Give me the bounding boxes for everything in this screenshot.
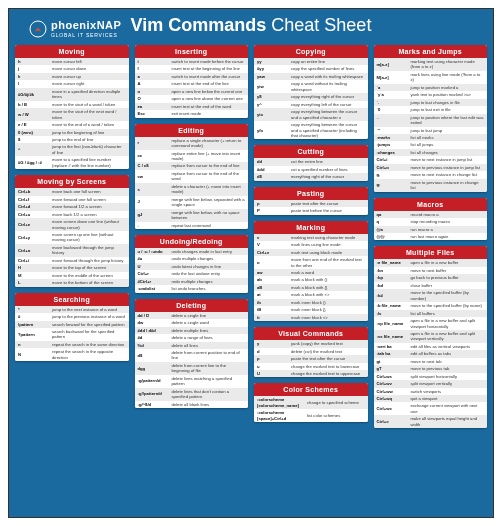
command-row: Uundo latest changes in line bbox=[135, 263, 249, 270]
command-desc: move to the top of the screen bbox=[52, 265, 126, 270]
command-row: gtmove to next tab bbox=[374, 358, 488, 365]
command-desc: mark a block with () bbox=[291, 277, 365, 282]
command-desc: paste text after the cursor bbox=[291, 201, 365, 206]
command-desc: delete lines that don't contain a specif… bbox=[172, 389, 246, 400]
command-desc: list all marks bbox=[411, 135, 485, 140]
command-desc: move to next buffer bbox=[411, 268, 485, 273]
command-row: :vert baedit all files as vertical viewp… bbox=[374, 343, 488, 350]
command-key: w / W bbox=[18, 112, 52, 117]
command-desc: list undo branches bbox=[172, 286, 246, 291]
command-desc: mark inner block {} bbox=[291, 307, 365, 312]
panel-header: Moving bbox=[15, 45, 129, 58]
command-desc: switch to insert mode after the cursor bbox=[172, 74, 246, 79]
command-row: Mmove to the middle of the screen bbox=[15, 272, 129, 279]
command-row: $jump to the end of line bbox=[15, 136, 129, 143]
command-key: :g/pattern/d bbox=[138, 378, 172, 383]
command-key: `a bbox=[377, 85, 411, 90]
command-key: m[a-z] bbox=[377, 62, 411, 67]
command-desc: marking text using character mode (from … bbox=[411, 59, 485, 70]
panel-header: Multiple Files bbox=[374, 246, 488, 259]
command-desc: open a new line below the current one bbox=[172, 89, 246, 94]
command-key: Ctrl+d bbox=[18, 204, 52, 209]
command-desc: jump to the beginning of line bbox=[52, 130, 126, 135]
command-row: yiwcopy a word without its trailing whit… bbox=[254, 80, 368, 93]
panel: Pastingppaste text after the cursorPpast… bbox=[254, 187, 368, 215]
command-desc: move to the bottom of the screen bbox=[52, 280, 126, 285]
command-key: #yy bbox=[257, 66, 291, 71]
command-key: `y`a bbox=[377, 92, 411, 97]
command-row: qarecord macro a bbox=[374, 211, 488, 218]
command-row: yfxcopy everything between the cursor an… bbox=[254, 121, 368, 139]
command-desc: delete a character (+ move into insert m… bbox=[172, 184, 246, 195]
command-row: @@run last macro again bbox=[374, 233, 488, 240]
command-row: lmove cursor right bbox=[15, 80, 129, 87]
command-desc: delete (cut) the marked text bbox=[291, 349, 365, 354]
command-key: # bbox=[18, 314, 52, 319]
command-key: dd / D bbox=[138, 313, 172, 318]
command-desc: jump to last exit in file bbox=[411, 107, 485, 112]
panel-header: Editing bbox=[135, 124, 249, 137]
command-desc: change the marked text to lowercase bbox=[291, 364, 365, 369]
command-key: `0 bbox=[377, 107, 411, 112]
command-row: g;move to previous instance in change li… bbox=[374, 179, 488, 192]
command-key: k bbox=[18, 74, 52, 79]
command-key: cw bbox=[138, 174, 172, 179]
command-key: ^ bbox=[18, 147, 52, 152]
command-key: U bbox=[257, 371, 291, 376]
command-key: N bbox=[18, 352, 52, 357]
command-row: #ddelete a range of lines bbox=[135, 334, 249, 341]
command-key: Esc bbox=[138, 111, 172, 116]
command-row: #G / #gg / :#move to a specified line nu… bbox=[15, 156, 129, 169]
command-key: Ctrl+v bbox=[257, 250, 291, 255]
command-desc: everything right of the cursor bbox=[291, 174, 365, 179]
command-key: Ctrl+ws bbox=[377, 374, 411, 379]
command-key: :ls bbox=[377, 311, 411, 316]
command-desc: search backward for the specified patter… bbox=[52, 329, 126, 340]
command-desc: repeat the search in the same direction bbox=[52, 342, 126, 347]
command-desc: jump to position marked a bbox=[411, 85, 485, 90]
command-row: ppaste the text after the cursor bbox=[254, 355, 368, 362]
command-row: itmark inner block <> bbox=[254, 314, 368, 321]
command-row: *jump to the next instance of a word bbox=[15, 306, 129, 313]
command-desc: move back one full screen bbox=[52, 189, 126, 194]
command-key: :jumps bbox=[377, 142, 411, 147]
command-key: e / E bbox=[18, 122, 52, 127]
command-desc: move to the specified buffer (by name) bbox=[411, 303, 485, 308]
command-desc: move in a specified direction multiple t… bbox=[52, 89, 126, 100]
command-row: :b file_namemove to the specified buffer… bbox=[374, 302, 488, 309]
command-row: ppaste text after the cursor bbox=[254, 200, 368, 207]
command-row: :lslist all buffers bbox=[374, 310, 488, 317]
command-key: :b file_name bbox=[377, 303, 411, 308]
command-desc: move to next instance in jump list bbox=[411, 157, 485, 162]
command-key: M[a-z] bbox=[377, 75, 411, 80]
command-key: A bbox=[138, 81, 172, 86]
command-key: :marks bbox=[377, 135, 411, 140]
command-key: :bp bbox=[377, 275, 411, 280]
command-key: at bbox=[257, 292, 291, 297]
panel-header: Moving by Screens bbox=[15, 175, 129, 188]
command-desc: repeat last command bbox=[172, 223, 246, 228]
command-desc: delete all lines bbox=[172, 343, 246, 348]
command-desc: exit insert mode bbox=[172, 111, 246, 116]
command-row: oopen a new line below the current one bbox=[135, 88, 249, 95]
command-key: :changes bbox=[377, 150, 411, 155]
command-key: v bbox=[257, 235, 291, 240]
panel: Multiple Files:e file_nameopen a file in… bbox=[374, 246, 488, 428]
command-row: m[a-z]marking text using character mode … bbox=[374, 58, 488, 71]
command-key: L bbox=[18, 280, 52, 285]
command-key: gt bbox=[377, 359, 411, 364]
command-row: Ctrl+dmove forward 1/2 a screen bbox=[15, 203, 129, 210]
command-row: hmove cursor left bbox=[15, 58, 129, 65]
command-key: :vs file_name bbox=[377, 334, 411, 339]
panel: Undoing/Redoingu / :u / :undoundo change… bbox=[135, 235, 249, 293]
panel: Copyingyycopy an entire line#yycopy the … bbox=[254, 45, 368, 139]
command-desc: move to previous tab bbox=[411, 366, 485, 371]
command-desc: delete lines matching a specified patter… bbox=[172, 376, 246, 387]
command-row: ccreplace entire line (+ move into inser… bbox=[135, 150, 249, 163]
panel: Moving by ScreensCtrl+bmove back one ful… bbox=[15, 175, 129, 286]
command-key: qa bbox=[377, 212, 411, 217]
panel: Markingvmarking text using character mod… bbox=[254, 221, 368, 321]
command-key: dw bbox=[138, 320, 172, 325]
command-desc: move forward through the jump history bbox=[52, 258, 126, 263]
command-desc: move to previous instance in change list bbox=[411, 180, 485, 191]
